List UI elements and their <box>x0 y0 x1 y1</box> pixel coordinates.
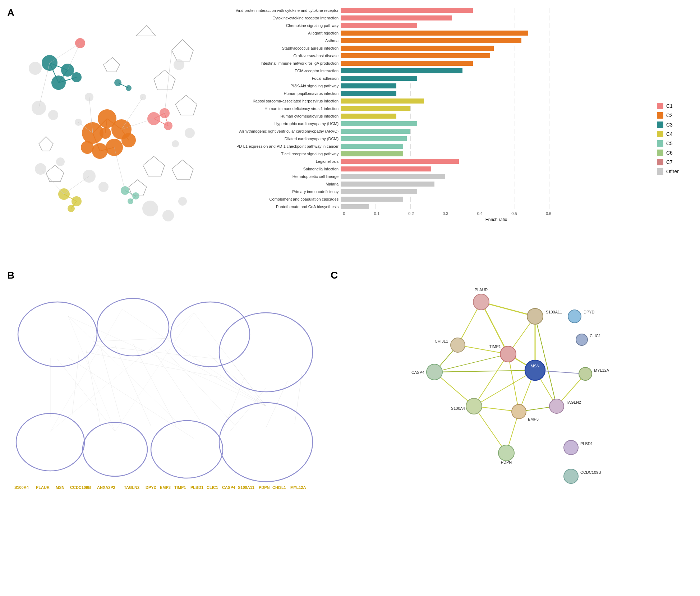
svg-point-177 <box>427 364 442 380</box>
bar-label: Focal adhesion <box>211 76 341 81</box>
bar-track <box>341 31 650 36</box>
bar-fill <box>341 83 396 88</box>
svg-marker-50 <box>39 137 53 151</box>
bar-row: Cytokine-cytokine receptor interaction <box>211 15 650 21</box>
bar-row: Human immunodeficiency virus 1 infection <box>211 105 650 112</box>
svg-point-58 <box>142 201 158 216</box>
bar-row: PD-L1 expression and PD-1 checkpoint pat… <box>211 143 650 150</box>
bar-track <box>341 15 650 20</box>
gridline <box>515 53 515 58</box>
svg-line-95 <box>86 350 101 426</box>
svg-point-181 <box>564 440 578 455</box>
network-panel-a <box>17 7 204 252</box>
bar-chart-area: Viral protein interaction with cytokine … <box>211 7 650 252</box>
gridline <box>445 91 445 96</box>
bar-fill <box>341 197 403 202</box>
svg-text:DPYD: DPYD <box>146 485 157 490</box>
svg-point-57 <box>98 182 109 192</box>
gridline <box>515 144 515 149</box>
gridline <box>549 121 549 126</box>
bar-row: Primary immunodeficiency <box>211 188 650 195</box>
bar-chart-container: Viral protein interaction with cytokine … <box>211 7 693 252</box>
bar-track <box>341 159 650 164</box>
svg-marker-42 <box>136 25 156 36</box>
svg-text:CLIC1: CLIC1 <box>590 334 601 338</box>
x-tick: 0.5 <box>511 211 517 216</box>
svg-text:MYL12A: MYL12A <box>290 485 306 490</box>
svg-line-99 <box>151 347 205 428</box>
gridline <box>515 121 515 126</box>
svg-point-84 <box>83 422 147 476</box>
svg-point-175 <box>466 398 482 414</box>
bar-label: Pantothenate and CoA biosynthesis <box>211 205 341 209</box>
bar-track <box>341 106 650 111</box>
bar-row: ECM-receptor interaction <box>211 68 650 74</box>
svg-text:S100A4: S100A4 <box>14 485 29 490</box>
legend-label: C3 <box>666 122 673 128</box>
svg-line-107 <box>295 374 302 424</box>
svg-line-89 <box>92 345 223 359</box>
svg-point-173 <box>500 346 516 362</box>
svg-point-59 <box>162 210 174 221</box>
gridline <box>480 182 480 187</box>
bar-row: Complement and coagulation cascades <box>211 196 650 202</box>
svg-marker-48 <box>103 58 120 72</box>
network-svg-b: S100A4 PLAUR MSN CCDC109B ANXA2P2 TAGLN2… <box>14 284 323 500</box>
gridline <box>445 83 445 88</box>
svg-line-104 <box>223 377 244 431</box>
gridline <box>515 23 515 28</box>
svg-point-169 <box>512 404 526 419</box>
svg-text:MSN: MSN <box>531 364 540 368</box>
gridline <box>515 151 515 156</box>
svg-text:CASP4: CASP4 <box>222 485 236 490</box>
svg-line-108 <box>68 316 266 406</box>
x-tick: 0.2 <box>408 211 414 216</box>
gridline <box>445 23 445 28</box>
svg-point-53 <box>48 110 58 120</box>
gridline <box>549 174 549 179</box>
legend-item: C2 <box>657 112 693 119</box>
bar-label: Legionellosis <box>211 159 341 164</box>
gridline <box>549 98 549 104</box>
bar-label: PD-L1 expression and PD-1 checkpoint pat… <box>211 144 341 148</box>
bar-fill <box>341 174 445 179</box>
gridline <box>445 106 445 111</box>
gridline <box>549 31 549 36</box>
bar-label: Primary immunodeficiency <box>211 189 341 194</box>
legend-color-box <box>657 140 663 147</box>
svg-point-64 <box>174 59 184 70</box>
bar-track <box>341 204 650 209</box>
gridline <box>410 129 411 134</box>
svg-text:CHI3L1: CHI3L1 <box>435 339 448 343</box>
gridline <box>480 151 480 156</box>
gridline <box>480 8 480 13</box>
gridline <box>549 83 549 88</box>
bars-container: Viral protein interaction with cytokine … <box>211 7 650 210</box>
gridline <box>515 204 515 209</box>
legend-label: C2 <box>666 113 673 118</box>
svg-text:CCDC109B: CCDC109B <box>70 485 91 490</box>
svg-line-102 <box>208 354 266 406</box>
gridline <box>410 136 411 141</box>
bar-fill <box>341 121 417 126</box>
bar-row: Chemokine signaling pathway <box>211 22 650 29</box>
gridline <box>410 106 411 111</box>
gridline <box>445 144 445 149</box>
legend-color-box <box>657 159 663 165</box>
bar-fill <box>341 129 410 134</box>
svg-line-100 <box>165 350 237 428</box>
gridline <box>549 68 549 73</box>
gridline <box>515 68 515 73</box>
bar-row: Hematopoietic cell lineage <box>211 173 650 180</box>
svg-line-147 <box>474 406 506 453</box>
gridline <box>515 182 515 187</box>
svg-point-79 <box>18 302 97 367</box>
gridline <box>549 166 549 171</box>
bar-fill <box>341 61 473 66</box>
svg-marker-43 <box>172 40 193 61</box>
svg-marker-45 <box>175 95 197 115</box>
gridline <box>549 46 549 51</box>
gridline <box>549 15 549 20</box>
gridline <box>480 98 480 104</box>
bar-track <box>341 174 650 179</box>
